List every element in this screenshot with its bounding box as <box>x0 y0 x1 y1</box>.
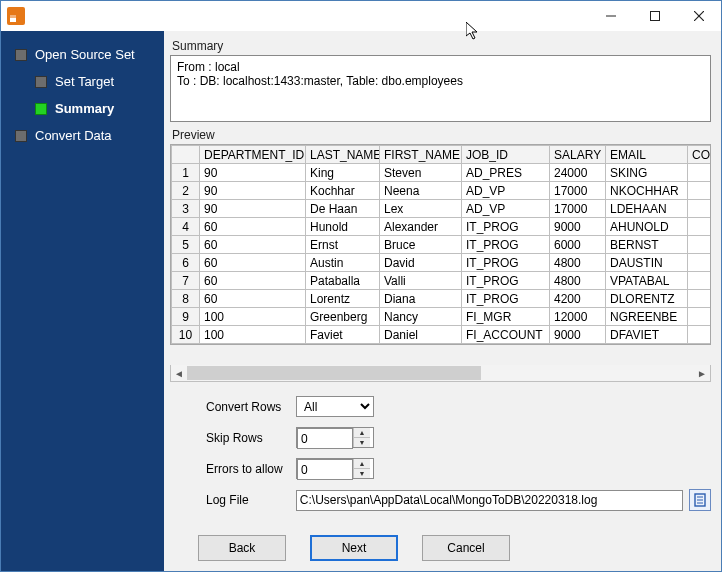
maximize-button[interactable] <box>633 1 677 31</box>
cell[interactable]: AHUNOLD <box>606 218 688 236</box>
cell[interactable]: 17000 <box>550 182 606 200</box>
cell[interactable]: VPATABAL <box>606 272 688 290</box>
cancel-button[interactable]: Cancel <box>422 535 510 561</box>
column-header[interactable]: SALARY <box>550 146 606 164</box>
cell[interactable]: Greenberg <box>306 308 380 326</box>
table-row[interactable]: 760PataballaValliIT_PROG4800VPATABAL <box>172 272 712 290</box>
cell[interactable]: SKING <box>606 164 688 182</box>
table-row[interactable]: 660AustinDavidIT_PROG4800DAUSTIN <box>172 254 712 272</box>
spin-down-icon[interactable]: ▼ <box>354 438 370 447</box>
errors-input[interactable] <box>297 459 353 480</box>
cell[interactable]: 9000 <box>550 326 606 344</box>
cell[interactable]: AD_VP <box>462 200 550 218</box>
cell[interactable] <box>688 182 712 200</box>
back-button[interactable]: Back <box>198 535 286 561</box>
wizard-step[interactable]: Convert Data <box>1 122 164 149</box>
cell[interactable]: Diana <box>380 290 462 308</box>
cell[interactable]: IT_PROG <box>462 272 550 290</box>
column-header[interactable]: EMAIL <box>606 146 688 164</box>
cell[interactable]: 6000 <box>550 236 606 254</box>
cell[interactable]: Steven <box>380 164 462 182</box>
cell[interactable]: 60 <box>200 236 306 254</box>
column-header[interactable]: JOB_ID <box>462 146 550 164</box>
cell[interactable]: Lex <box>380 200 462 218</box>
cell[interactable] <box>688 272 712 290</box>
horizontal-scrollbar[interactable]: ◄ ► <box>170 365 711 382</box>
browse-log-button[interactable] <box>689 489 711 511</box>
cell[interactable]: David <box>380 254 462 272</box>
cell[interactable]: DLORENTZ <box>606 290 688 308</box>
cell[interactable]: De Haan <box>306 200 380 218</box>
convert-rows-select[interactable]: All <box>296 396 374 417</box>
cell[interactable]: 100 <box>200 326 306 344</box>
cell[interactable]: IT_PROG <box>462 290 550 308</box>
cell[interactable]: 60 <box>200 272 306 290</box>
cell[interactable]: FI_MGR <box>462 308 550 326</box>
cell[interactable]: 90 <box>200 164 306 182</box>
cell[interactable]: IT_PROG <box>462 236 550 254</box>
cell[interactable]: NGREENBE <box>606 308 688 326</box>
cell[interactable]: 24000 <box>550 164 606 182</box>
table-row[interactable]: 560ErnstBruceIT_PROG6000BERNST <box>172 236 712 254</box>
cell[interactable]: 9000 <box>550 218 606 236</box>
cell[interactable]: 60 <box>200 290 306 308</box>
cell[interactable]: AD_PRES <box>462 164 550 182</box>
cell[interactable]: King <box>306 164 380 182</box>
spin-down-icon[interactable]: ▼ <box>354 469 370 478</box>
column-header[interactable]: FIRST_NAME <box>380 146 462 164</box>
logfile-input[interactable] <box>296 490 683 511</box>
cell[interactable]: NKOCHHAR <box>606 182 688 200</box>
skip-rows-stepper[interactable]: ▲▼ <box>296 427 374 448</box>
errors-stepper[interactable]: ▲▼ <box>296 458 374 479</box>
preview-grid[interactable]: DEPARTMENT_IDLAST_NAMEFIRST_NAMEJOB_IDSA… <box>170 144 711 345</box>
cell[interactable] <box>688 308 712 326</box>
cell[interactable] <box>688 254 712 272</box>
cell[interactable] <box>688 290 712 308</box>
cell[interactable]: 60 <box>200 218 306 236</box>
wizard-step[interactable]: Set Target <box>1 68 164 95</box>
cell[interactable]: Neena <box>380 182 462 200</box>
spin-up-icon[interactable]: ▲ <box>354 459 370 469</box>
wizard-step[interactable]: Open Source Set <box>1 41 164 68</box>
column-header[interactable]: LAST_NAME <box>306 146 380 164</box>
cell[interactable]: Pataballa <box>306 272 380 290</box>
cell[interactable]: DAUSTIN <box>606 254 688 272</box>
cell[interactable]: Ernst <box>306 236 380 254</box>
cell[interactable]: AD_VP <box>462 182 550 200</box>
table-row[interactable]: 190KingStevenAD_PRES24000SKING <box>172 164 712 182</box>
cell[interactable]: 12000 <box>550 308 606 326</box>
cell[interactable]: LDEHAAN <box>606 200 688 218</box>
column-header[interactable]: COMMIS <box>688 146 712 164</box>
table-row[interactable]: 10100FavietDanielFI_ACCOUNT9000DFAVIET <box>172 326 712 344</box>
skip-rows-input[interactable] <box>297 428 353 449</box>
cell[interactable]: IT_PROG <box>462 218 550 236</box>
cell[interactable]: Nancy <box>380 308 462 326</box>
cell[interactable]: 4800 <box>550 272 606 290</box>
cell[interactable] <box>688 326 712 344</box>
spin-up-icon[interactable]: ▲ <box>354 428 370 438</box>
cell[interactable]: 100 <box>200 308 306 326</box>
cell[interactable]: Faviet <box>306 326 380 344</box>
table-row[interactable]: 290KochharNeenaAD_VP17000NKOCHHAR <box>172 182 712 200</box>
scroll-right-icon[interactable]: ► <box>694 365 710 381</box>
cell[interactable]: DFAVIET <box>606 326 688 344</box>
cell[interactable] <box>688 164 712 182</box>
cell[interactable]: Hunold <box>306 218 380 236</box>
table-row[interactable]: 390De HaanLexAD_VP17000LDEHAAN <box>172 200 712 218</box>
cell[interactable]: Alexander <box>380 218 462 236</box>
scroll-left-icon[interactable]: ◄ <box>171 365 187 381</box>
cell[interactable] <box>688 236 712 254</box>
cell[interactable]: 4800 <box>550 254 606 272</box>
cell[interactable] <box>688 200 712 218</box>
wizard-step[interactable]: Summary <box>1 95 164 122</box>
cell[interactable]: 60 <box>200 254 306 272</box>
cell[interactable]: Lorentz <box>306 290 380 308</box>
table-row[interactable]: 9100GreenbergNancyFI_MGR12000NGREENBE <box>172 308 712 326</box>
minimize-button[interactable] <box>589 1 633 31</box>
cell[interactable]: IT_PROG <box>462 254 550 272</box>
cell[interactable]: Bruce <box>380 236 462 254</box>
cell[interactable]: BERNST <box>606 236 688 254</box>
cell[interactable]: Kochhar <box>306 182 380 200</box>
cell[interactable]: Daniel <box>380 326 462 344</box>
scrollbar-thumb[interactable] <box>187 366 481 380</box>
